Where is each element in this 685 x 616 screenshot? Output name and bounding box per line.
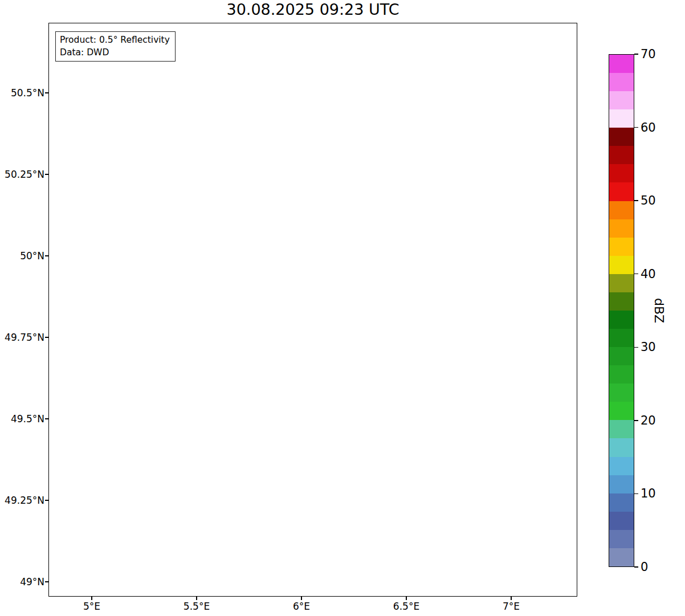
colorbar-tick-label: 30 (641, 340, 656, 354)
plot-border (48, 23, 577, 597)
ytick-mark (45, 418, 48, 419)
ytick-mark (45, 92, 48, 93)
ytick-label: 49°N (20, 576, 44, 588)
colorbar-tick-label: 50 (641, 194, 656, 207)
ytick-label: 49.75°N (5, 332, 44, 343)
ytick-mark (45, 255, 48, 256)
colorbar-tick-mark (634, 566, 638, 568)
colorbar-tick-mark (634, 127, 638, 128)
colorbar (609, 54, 634, 567)
colorbar-tick-label: 70 (641, 47, 656, 61)
radar-figure: { "title": "30.08.2025 09:23 UTC", "anno… (0, 0, 685, 616)
ytick-label: 49.5°N (11, 413, 44, 425)
xtick-label: 5.5°E (184, 601, 210, 612)
colorbar-tick-label: 60 (641, 121, 656, 134)
ytick-label: 50.5°N (11, 87, 44, 99)
data-source-line: Data: DWD (60, 46, 170, 59)
xtick-label: 5°E (83, 601, 100, 612)
colorbar-tick-label: 40 (641, 267, 656, 281)
xtick-label: 7°E (503, 601, 520, 612)
colorbar-tick-mark (634, 493, 638, 495)
xtick-mark (511, 597, 512, 600)
colorbar-tick-mark (634, 54, 638, 55)
colorbar-tick-mark (634, 274, 638, 275)
xtick-label: 6°E (293, 601, 310, 612)
colorbar-tick-label: 10 (641, 487, 656, 500)
xtick-mark (406, 597, 407, 600)
colorbar-tick-mark (634, 200, 638, 201)
ytick-label: 50°N (20, 250, 44, 262)
xtick-mark (196, 597, 197, 600)
ytick-mark (45, 500, 48, 501)
figure-title: 30.08.2025 09:23 UTC (48, 1, 577, 18)
ytick-label: 49.25°N (5, 495, 44, 506)
colorbar-axis-label: dBZ (652, 298, 666, 323)
colorbar-tick-mark (634, 347, 638, 348)
product-line: Product: 0.5° Reflectivity (60, 34, 170, 46)
colorbar-tick-mark (634, 420, 638, 421)
xtick-mark (301, 597, 302, 600)
xtick-label: 6.5°E (393, 601, 419, 612)
ytick-mark (45, 337, 48, 338)
ytick-mark (45, 174, 48, 175)
colorbar-tick-label: 0 (641, 560, 648, 574)
xtick-mark (91, 597, 92, 600)
ytick-label: 50.25°N (5, 169, 44, 180)
ytick-mark (45, 581, 48, 582)
product-annotation-box: Product: 0.5° Reflectivity Data: DWD (55, 31, 176, 62)
colorbar-tick-label: 20 (641, 414, 656, 427)
